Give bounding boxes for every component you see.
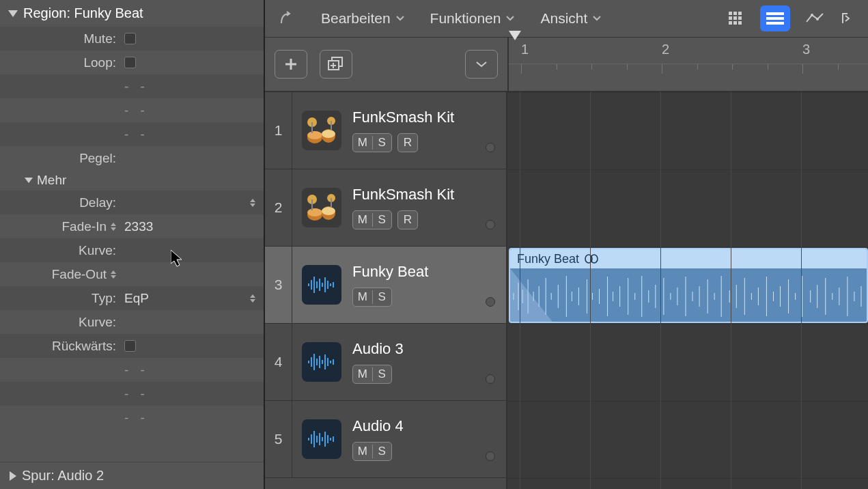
list-view-button[interactable] <box>760 5 790 31</box>
track-icon[interactable] <box>302 265 341 305</box>
svg-point-16 <box>811 14 813 16</box>
mute-solo-button[interactable]: MS <box>352 442 392 461</box>
svg-point-34 <box>307 208 322 216</box>
automation-view-button[interactable] <box>800 5 830 31</box>
arrange-grid[interactable]: Funky Beat <box>507 92 868 489</box>
loop-checkbox[interactable] <box>124 57 136 68</box>
catch-playhead-button[interactable] <box>273 5 303 31</box>
track-row[interactable]: 2FunkSmash KitMSR <box>265 169 506 247</box>
fadein-label: Fade-In <box>62 219 107 234</box>
track-icon[interactable] <box>302 111 341 150</box>
ruckwarts-checkbox[interactable] <box>124 340 136 352</box>
waveform-icon <box>307 352 337 372</box>
mute-solo-button[interactable]: MS <box>352 210 392 229</box>
svg-point-28 <box>322 130 335 138</box>
funktionen-menu[interactable]: Funktionen <box>422 5 523 31</box>
svg-point-17 <box>816 18 819 20</box>
empty-row: - - <box>120 363 149 378</box>
mute-checkbox[interactable] <box>124 33 136 44</box>
chevron-down-icon <box>593 16 601 21</box>
timeline-ruler[interactable]: 12345 <box>507 38 868 91</box>
bearbeiten-menu[interactable]: Bearbeiten <box>313 5 412 31</box>
flex-icon <box>842 12 857 25</box>
svg-rect-10 <box>729 21 732 25</box>
inspector-panel: Region: Funky Beat Mute: Loop: - - - - -… <box>0 0 265 489</box>
track-name[interactable]: Audio 4 <box>352 417 496 435</box>
pegel-label: Pegel: <box>0 151 120 166</box>
svg-rect-9 <box>738 16 742 20</box>
svg-rect-7 <box>729 16 732 20</box>
global-tracks-button[interactable] <box>465 50 498 79</box>
ruler-number: 2 <box>662 42 669 57</box>
empty-row: - - <box>120 387 149 402</box>
track-color-dot[interactable] <box>486 374 495 384</box>
region-name: Funky Beat <box>517 252 579 266</box>
track-number: 1 <box>265 92 292 169</box>
spur-header[interactable]: Spur: Audio 2 <box>0 462 264 489</box>
drums-icon <box>305 193 338 223</box>
empty-row: - - <box>120 127 149 142</box>
svg-rect-4 <box>729 12 732 15</box>
track-color-dot[interactable] <box>486 451 495 461</box>
fadein-value[interactable]: 2333 <box>120 219 153 234</box>
typ-label: Typ: <box>0 291 120 306</box>
region-header[interactable]: Region: Funky Beat <box>0 0 264 27</box>
waveform-icon <box>307 275 337 295</box>
ruckwarts-label: Rückwärts: <box>0 339 120 354</box>
typ-value[interactable]: EqP <box>120 291 149 306</box>
svg-marker-1 <box>25 178 33 183</box>
grid-icon <box>728 11 743 26</box>
track-row[interactable]: 3Funky BeatMS <box>265 247 506 324</box>
grid-view-button[interactable] <box>720 5 751 31</box>
track-icon[interactable] <box>302 419 341 459</box>
track-number: 5 <box>265 401 292 477</box>
arrange-view: Bearbeiten Funktionen Ansicht 12345 1Fun… <box>265 0 868 489</box>
record-enable-button[interactable]: R <box>397 133 418 152</box>
toolbar: Bearbeiten Funktionen Ansicht <box>265 0 868 38</box>
ansicht-menu[interactable]: Ansicht <box>532 5 609 31</box>
add-track-button[interactable] <box>275 50 307 79</box>
mehr-header[interactable]: Mehr <box>0 170 264 191</box>
svg-rect-12 <box>738 21 742 25</box>
kurve2-label: Kurve: <box>0 315 120 330</box>
duplicate-track-button[interactable] <box>320 50 352 79</box>
mute-solo-button[interactable]: MS <box>352 365 392 384</box>
waveform-icon <box>307 429 337 449</box>
fadein-selector-icon[interactable] <box>111 223 116 231</box>
ruler-number: 1 <box>521 42 529 57</box>
track-icon[interactable] <box>302 188 341 227</box>
waveform-icon <box>510 273 867 320</box>
track-row[interactable]: 5Audio 4MS <box>265 401 506 478</box>
track-name[interactable]: FunkSmash Kit <box>352 109 496 126</box>
chevron-down-icon <box>506 16 514 21</box>
track-color-dot[interactable] <box>486 143 495 152</box>
list-icon <box>766 12 784 25</box>
typ-selector-icon[interactable] <box>250 294 255 303</box>
svg-rect-8 <box>733 16 737 20</box>
track-name[interactable]: Audio 3 <box>352 340 496 358</box>
delay-selector-icon[interactable] <box>250 199 255 207</box>
record-enable-button[interactable]: R <box>397 210 418 229</box>
track-row[interactable]: 1FunkSmash KitMSR <box>265 92 506 169</box>
svg-rect-11 <box>733 21 737 25</box>
track-color-dot[interactable] <box>486 297 495 307</box>
empty-row: - - <box>120 103 149 118</box>
audio-region-funky-beat[interactable]: Funky Beat <box>509 248 868 323</box>
ruler-number: 3 <box>802 42 810 57</box>
fade-in-triangle[interactable] <box>510 268 555 323</box>
track-icon[interactable] <box>302 342 341 382</box>
mute-label: Mute: <box>0 31 120 46</box>
track-name[interactable]: FunkSmash Kit <box>352 186 496 204</box>
mute-solo-button[interactable]: MS <box>352 133 392 152</box>
svg-rect-14 <box>766 17 784 20</box>
flex-view-button[interactable] <box>839 5 860 31</box>
mute-solo-button[interactable]: MS <box>352 288 392 307</box>
loop-label: Loop: <box>0 55 120 70</box>
delay-label: Delay: <box>0 195 120 210</box>
track-name[interactable]: Funky Beat <box>352 263 496 281</box>
empty-row: - - <box>120 410 149 425</box>
fadeout-selector-icon[interactable] <box>111 270 116 279</box>
svg-rect-6 <box>738 12 742 15</box>
track-row[interactable]: 4Audio 3MS <box>265 324 506 401</box>
track-color-dot[interactable] <box>486 220 495 229</box>
